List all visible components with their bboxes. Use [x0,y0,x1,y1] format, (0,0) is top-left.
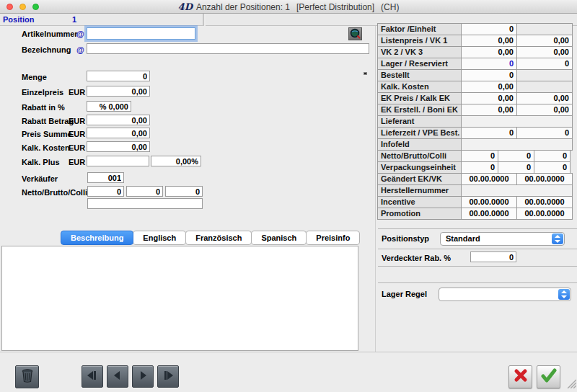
table-row: EK Preis / Kalk EK0,000,00 [378,92,573,104]
globe-search-icon[interactable] [348,27,362,40]
table-row: Infofeld [378,138,573,151]
table-row: Faktor /Einheit0 [378,23,573,35]
language-tabbar: Beschreibung Englisch Französisch Spanis… [61,231,360,245]
tab-preisinfo[interactable]: Preisinfo [306,231,360,245]
nav-prev-icon [112,370,123,384]
table-row: Kalk. Kosten0,00 [378,81,573,93]
footer-divider [0,352,577,352]
table-row: Geändert EK/VK00.00.000000.00.0000 [378,173,573,185]
rabatt-prozent-label: Rabatt in % [22,103,65,112]
artikelnummer-wildcard: @ [76,30,84,38]
table-row: Bestellt0 [378,69,573,81]
panel-divider [375,26,376,352]
kalk-kosten-label: Kalk. Kosten [22,143,70,152]
position-number: 1 [72,15,76,24]
rabatt-prozent-input[interactable] [87,101,131,112]
delete-position-button[interactable] [15,365,39,388]
brutto-input[interactable] [126,186,163,197]
tab-englisch[interactable]: Englisch [133,231,186,245]
preis-summe-label: Preis Summe [22,130,72,138]
indicator-dot [364,72,367,75]
section-divider [378,282,577,283]
verkaeufer-label: Verkäufer [22,174,58,183]
colli-input[interactable] [165,186,203,197]
lager-link[interactable]: 0 [461,58,517,70]
bezeichnung-input[interactable] [87,43,369,54]
tab-spanisch[interactable]: Spanisch [251,231,307,245]
menge-input[interactable] [87,71,150,81]
nbc-extra-input[interactable] [87,198,203,209]
confirm-check-icon [541,368,557,386]
table-row: Promotion00.00.000000.00.0000 [378,208,573,220]
cancel-x-icon [514,368,528,386]
4d-logo-icon: 4D [178,1,193,12]
table-row: Listenpreis / VK 10,000,00 [378,35,573,47]
table-row: Lieferant [378,115,573,128]
confirm-button[interactable] [537,365,560,388]
artikelnummer-label: Artikelnummer [22,30,78,38]
title-region: (CH) [381,2,399,12]
nav-last-button[interactable] [157,365,179,388]
nav-last-icon [162,370,174,384]
kalk-plus-currency: EUR [69,158,85,166]
verdeckter-rabatt-label: Verdeckter Rab. % [382,254,451,262]
einzelpreis-currency: EUR [69,88,85,97]
section-divider [378,249,577,249]
nav-prev-button[interactable] [107,365,128,388]
preis-summe-currency: EUR [69,130,85,138]
artikelnummer-input[interactable] [87,27,195,40]
verdeckter-rabatt-input[interactable] [470,251,516,262]
table-row: Lager / Reserviert00 [378,58,573,70]
rabatt-betrag-input[interactable] [87,115,150,125]
table-row: EK Erstell. / Boni EK0,000,00 [378,104,573,116]
header-position-section: Position 1 [0,14,204,26]
nav-first-icon [87,370,98,384]
section-divider [378,228,577,229]
verkaeufer-input[interactable] [87,172,124,183]
lager-regel-label: Lager Regel [382,290,427,298]
kalk-kosten-currency: EUR [69,143,85,152]
rabatt-betrag-label: Rabatt Betrag [22,117,74,125]
table-row: VK 2 / VK 30,000,00 [378,46,573,58]
rabatt-betrag-currency: EUR [69,117,85,125]
nbc-label: Netto/Brutto/Colli [22,188,87,197]
nav-next-button[interactable] [132,365,154,388]
cancel-button[interactable] [508,365,532,388]
table-row: Herstellernummer [378,184,573,197]
table-row: Incentive00.00.000000.00.0000 [378,196,573,208]
kalk-plus-percent-input[interactable] [151,156,201,166]
popup-stepper-icon [552,233,563,244]
lager-regel-popup[interactable] [439,288,571,301]
title-count: Anzahl der Positionen: 1 [196,2,290,12]
netto-input[interactable] [87,186,124,197]
resize-grip-icon[interactable] [565,378,576,391]
menge-label: Menge [22,73,47,81]
app-window: 4DAnzahl der Positionen: 1[Perfect Distr… [0,0,577,392]
table-row: Netto/Brutto/Colli000 [378,150,573,162]
kalk-plus-label: Kalk. Plus [22,158,60,166]
einzelpreis-input[interactable] [87,86,150,97]
preis-summe-input[interactable] [87,128,150,138]
description-textarea[interactable] [1,246,358,351]
tab-franzoesisch[interactable]: Französisch [185,231,252,245]
kalk-plus-input[interactable] [87,156,149,166]
article-info-table: Faktor /Einheit0 Listenpreis / VK 10,000… [378,24,573,220]
tab-beschreibung[interactable]: Beschreibung [61,231,133,245]
title-database: [Perfect Distribution] [296,2,374,12]
kalk-kosten-input[interactable] [87,141,150,152]
positionstyp-value: Standard [446,234,480,243]
positionstyp-popup[interactable]: Standard [440,232,565,246]
section-divider [378,266,577,267]
window-title: 4DAnzahl der Positionen: 1[Perfect Distr… [0,1,577,12]
positionstyp-label: Positionstyp [382,234,429,243]
position-label: Position [3,15,34,24]
bezeichnung-label: Bezeichnung [22,45,71,54]
table-row: Verpackungseinheit000 [378,161,573,174]
table-row: Lieferzeit / VPE Best.00 [378,127,573,139]
nav-first-button[interactable] [82,365,103,388]
trash-icon [21,368,34,386]
popup-stepper-icon [558,289,570,300]
titlebar: 4DAnzahl der Positionen: 1[Perfect Distr… [0,0,577,14]
nav-next-icon [137,370,149,384]
bezeichnung-wildcard: @ [76,45,84,54]
